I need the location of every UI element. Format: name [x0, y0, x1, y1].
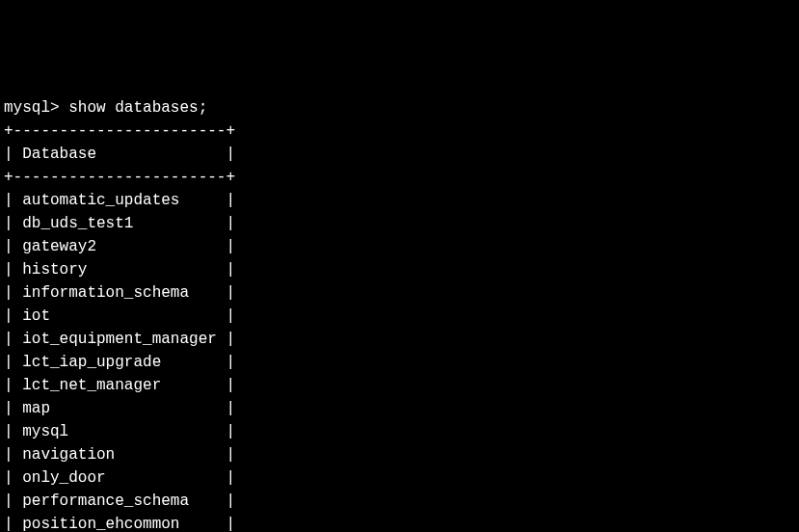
table-row: | lct_iap_upgrade | [4, 351, 795, 374]
table-row: | navigation | [4, 443, 795, 466]
table-row: | lct_net_manager | [4, 374, 795, 397]
table-row: | position_ehcommon | [4, 513, 795, 532]
table-row: | information_schema | [4, 281, 795, 305]
table-row: | history | [4, 258, 795, 281]
table-row: | mysql | [4, 420, 795, 443]
table-row: | iot | [4, 305, 795, 328]
table-row: | performance_schema | [4, 490, 795, 513]
table-row: | db_uds_test1 | [4, 212, 795, 235]
table-border-middle: +-----------------------+ [4, 166, 795, 189]
command-line: mysql> show databases; [4, 96, 795, 120]
table-row: | only_door | [4, 466, 795, 490]
mysql-prompt: mysql> [4, 99, 68, 117]
terminal-output[interactable]: mysql> show databases;+-----------------… [4, 96, 795, 532]
table-row: | map | [4, 397, 795, 420]
table-row: | iot_equipment_manager | [4, 328, 795, 351]
table-border-top: +-----------------------+ [4, 120, 795, 143]
sql-command: show databases; [68, 99, 207, 117]
table-row: | gateway2 | [4, 235, 795, 258]
table-row: | automatic_updates | [4, 189, 795, 212]
table-header-line: | Database | [4, 143, 795, 166]
table-rows-container: | automatic_updates || db_uds_test1 || g… [4, 189, 795, 532]
